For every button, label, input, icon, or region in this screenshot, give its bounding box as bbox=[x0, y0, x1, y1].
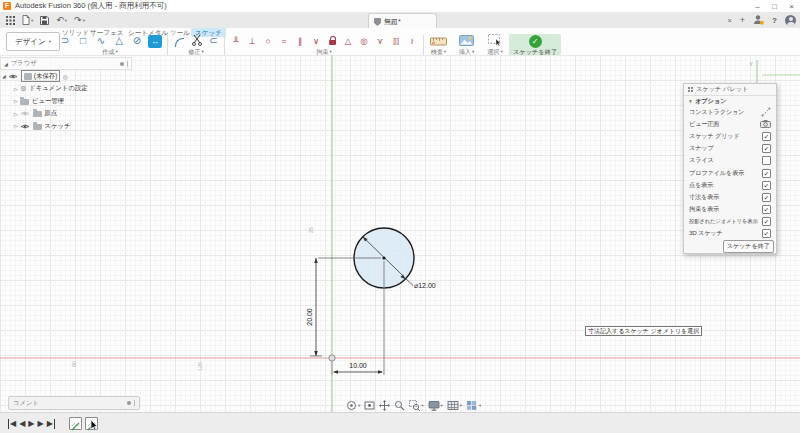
save-icon[interactable] bbox=[40, 16, 49, 25]
root-expand-icon[interactable]: ◢ bbox=[2, 73, 6, 79]
curvature-constraint-icon[interactable]: ≀ bbox=[404, 34, 420, 48]
vertical-dimension-value[interactable]: 20.00 bbox=[306, 308, 313, 326]
palette-row-3d-sketch[interactable]: 3D スケッチ ✓ bbox=[684, 228, 776, 240]
close-document-tab-icon[interactable]: × bbox=[727, 16, 731, 25]
palette-row-show-profile[interactable]: プロファイルを表示 ✓ bbox=[684, 167, 776, 179]
palette-row-show-dimensions[interactable]: 寸法を表示 ✓ bbox=[684, 191, 776, 203]
construction-icon[interactable] bbox=[761, 107, 771, 117]
timeline-go-to-end-button[interactable]: ▶ bbox=[47, 419, 55, 429]
visibility-eye-icon-hidden[interactable] bbox=[20, 110, 30, 117]
slice-checkbox[interactable] bbox=[762, 156, 771, 165]
timeline-play-button[interactable]: ▶ bbox=[28, 419, 34, 429]
timeline-sketch-feature-2[interactable] bbox=[85, 417, 98, 430]
browser-resize-handle[interactable] bbox=[127, 61, 128, 67]
horizontal-vertical-constraint-icon[interactable]: ⊥ bbox=[244, 34, 260, 48]
undo-icon[interactable]: ↶ ▾ bbox=[56, 15, 67, 25]
concentric-constraint-icon[interactable]: ◎ bbox=[356, 34, 372, 48]
zoom-icon[interactable] bbox=[394, 400, 405, 411]
minimize-button[interactable]: – bbox=[749, 2, 766, 11]
diameter-dimension-value[interactable]: ⌀12.00 bbox=[414, 282, 436, 289]
timeline-go-to-start-button[interactable]: ◀ bbox=[8, 419, 16, 429]
palette-grip-icon[interactable] bbox=[688, 87, 693, 92]
group-insert-label[interactable]: 挿入 ▾ bbox=[459, 48, 475, 55]
show-projected-checkbox[interactable]: ✓ bbox=[762, 217, 771, 226]
browser-header[interactable]: ◢ ブラウザ bbox=[0, 57, 132, 70]
redo-icon[interactable]: ↷ ▾ bbox=[74, 15, 85, 25]
palette-row-slice[interactable]: スライス bbox=[684, 155, 776, 167]
look-at-icon[interactable] bbox=[364, 400, 375, 411]
tangent-constraint-icon[interactable]: ○ bbox=[260, 34, 276, 48]
document-tab[interactable]: 無題* bbox=[368, 13, 437, 29]
file-menu-icon[interactable]: ▾ bbox=[22, 15, 33, 25]
comments-options-icon[interactable] bbox=[127, 401, 131, 405]
new-document-tab-icon[interactable]: + bbox=[740, 15, 745, 25]
comments-resize-handle[interactable] bbox=[134, 400, 135, 406]
maximize-button[interactable]: □ bbox=[766, 2, 783, 11]
sketch-palette-header[interactable]: スケッチ パレット bbox=[684, 84, 776, 96]
equal-constraint-icon[interactable]: = bbox=[276, 34, 292, 48]
horizontal-dimension-value[interactable]: 10.00 bbox=[349, 362, 367, 369]
polygon-constraint-icon[interactable]: △ bbox=[340, 34, 356, 48]
origin-point[interactable] bbox=[329, 355, 335, 361]
timeline-step-back-button[interactable]: ◀ bbox=[19, 419, 25, 429]
visibility-eye-icon[interactable] bbox=[20, 123, 30, 130]
show-profile-checkbox[interactable]: ✓ bbox=[762, 169, 771, 178]
palette-row-show-points[interactable]: 点を表示 ✓ bbox=[684, 179, 776, 191]
sketch-grid-checkbox[interactable]: ✓ bbox=[762, 132, 771, 141]
browser-item-origin[interactable]: ▷ 原点 bbox=[0, 108, 132, 121]
browser-collapse-icon[interactable]: ◢ bbox=[4, 61, 8, 67]
visibility-eye-icon[interactable] bbox=[8, 73, 18, 80]
pan-hand-icon[interactable] bbox=[379, 400, 390, 411]
browser-item-named-views[interactable]: ▷ ビュー管理 bbox=[0, 95, 132, 108]
show-dimensions-checkbox[interactable]: ✓ bbox=[762, 193, 771, 202]
palette-row-show-projected[interactable]: 投影されたジオメトリを表示 ✓ bbox=[684, 216, 776, 228]
help-icon[interactable]: ? bbox=[772, 16, 777, 25]
palette-options-section[interactable]: ▼ オプション bbox=[684, 96, 776, 106]
midpoint-constraint-icon[interactable]: ⋎ bbox=[372, 34, 388, 48]
root-document-node[interactable]: (未保存) bbox=[21, 70, 60, 82]
browser-options-icon[interactable] bbox=[120, 62, 124, 66]
close-button[interactable]: × bbox=[783, 2, 800, 11]
group-inspect-label[interactable]: 検査 ▾ bbox=[431, 48, 447, 55]
show-points-checkbox[interactable]: ✓ bbox=[762, 181, 771, 190]
perpendicular-constraint-icon[interactable]: ∨ bbox=[308, 34, 324, 48]
expand-icon[interactable]: ▷ bbox=[14, 98, 18, 104]
3d-sketch-checkbox[interactable]: ✓ bbox=[762, 229, 771, 238]
circle-tool-icon[interactable]: ⊘ bbox=[128, 34, 146, 48]
sketch-canvas[interactable]: Y 80 120 25 ⌀12.00 20.00 bbox=[0, 55, 800, 412]
timeline-step-forward-button[interactable]: ▶ bbox=[37, 419, 43, 429]
avatar[interactable] bbox=[785, 15, 796, 26]
browser-item-sketches[interactable]: ▷ スケッチ bbox=[0, 120, 132, 133]
group-create-label[interactable]: 作成 ▾ bbox=[102, 48, 118, 55]
app-grid-menu-icon[interactable] bbox=[6, 16, 15, 25]
show-constraints-checkbox[interactable]: ✓ bbox=[762, 205, 771, 214]
rectangle-tool-icon[interactable]: □ bbox=[74, 34, 92, 48]
fix-unfix-constraint-icon[interactable]: ╨ bbox=[228, 34, 244, 48]
finish-sketch-button[interactable]: ✓ スケッチを終了 bbox=[509, 34, 561, 56]
design-workspace-button[interactable]: デザイン ▾ bbox=[6, 32, 60, 51]
line-tool-icon[interactable]: ⊃ bbox=[56, 34, 74, 48]
sketch-dimension-tool-icon[interactable]: ↔ bbox=[148, 35, 162, 48]
palette-row-show-constraints[interactable]: 拘束を表示 ✓ bbox=[684, 204, 776, 216]
orbit-icon[interactable]: ▾ bbox=[346, 400, 360, 411]
timeline-sketch-feature-1[interactable] bbox=[69, 417, 82, 430]
comments-panel[interactable]: コメント bbox=[8, 396, 140, 410]
palette-row-construction[interactable]: コンストラクション bbox=[684, 106, 776, 118]
zoom-window-icon[interactable]: ▾ bbox=[409, 400, 423, 411]
symmetry-constraint-icon[interactable]: [|] bbox=[388, 34, 404, 48]
palette-row-sketch-grid[interactable]: スケッチ グリッド ✓ bbox=[684, 130, 776, 142]
browser-root-row[interactable]: ◢ (未保存) ◎ bbox=[0, 70, 132, 83]
polygon-tool-icon[interactable]: △ bbox=[110, 34, 128, 48]
group-select-label[interactable]: 選択 ▾ bbox=[487, 48, 503, 55]
snap-checkbox[interactable]: ✓ bbox=[762, 144, 771, 153]
expand-icon[interactable]: ▷ bbox=[14, 123, 18, 129]
browser-item-document-settings[interactable]: ▷ ⚙ ドキュメントの設定 bbox=[0, 83, 132, 96]
notifications-user-icon[interactable] bbox=[753, 11, 764, 29]
grid-snap-icon[interactable]: ▾ bbox=[447, 400, 462, 411]
offset-tool-icon[interactable]: ⊂ bbox=[206, 34, 221, 48]
palette-row-look-at[interactable]: ビュー正面 bbox=[684, 118, 776, 130]
look-at-camera-icon[interactable] bbox=[760, 120, 771, 128]
spline-tool-icon[interactable]: ∿ bbox=[92, 34, 110, 48]
parallel-constraint-icon[interactable]: ∥ bbox=[292, 34, 308, 48]
display-settings-icon[interactable]: ▾ bbox=[428, 400, 443, 411]
